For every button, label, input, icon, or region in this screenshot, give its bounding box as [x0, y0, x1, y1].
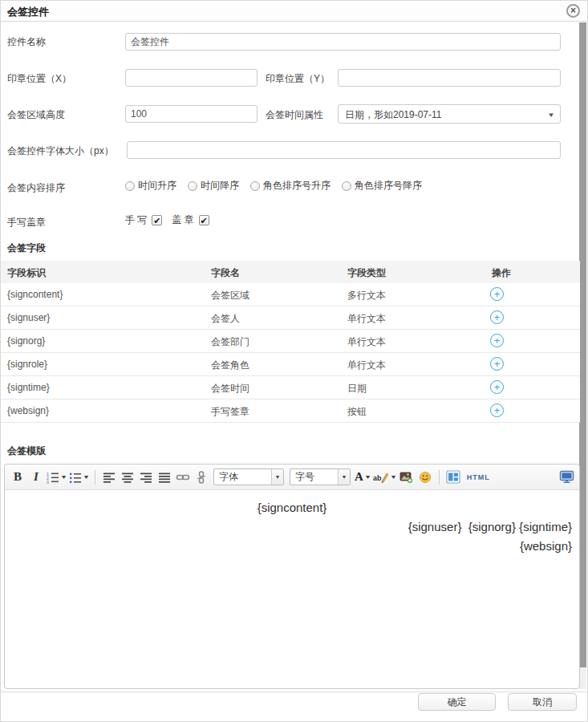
ok-button[interactable]: 确定: [418, 693, 496, 711]
insert-table-button[interactable]: [445, 468, 461, 486]
checkbox-seal[interactable]: 盖 章 ✔: [172, 213, 209, 227]
add-field-button[interactable]: +: [490, 380, 504, 394]
font-size-input[interactable]: [127, 141, 561, 159]
time-attr-select[interactable]: 日期，形如2019-07-11 ▼: [338, 104, 561, 124]
highlight-icon: ab: [373, 471, 389, 484]
link-icon: [176, 471, 190, 484]
align-center-button[interactable]: [120, 468, 136, 486]
align-justify-icon: [158, 471, 171, 484]
add-field-button[interactable]: +: [490, 404, 504, 417]
field-type: 单行文本: [347, 312, 386, 326]
area-height-input[interactable]: [125, 105, 258, 123]
font-family-select[interactable]: 字体 ▼: [213, 468, 284, 485]
field-type: 按钮: [347, 405, 367, 419]
align-left-button[interactable]: [101, 468, 117, 486]
col-field-name: 字段名: [211, 266, 240, 280]
field-name: 会签时间: [211, 382, 249, 395]
table-header: 字段标识 字段名 字段类型 操作: [1, 261, 580, 283]
radio-role-order-asc[interactable]: 角色排序号升序: [250, 179, 330, 193]
add-field-button[interactable]: +: [490, 334, 504, 347]
chevron-down-icon: ▼: [547, 112, 555, 119]
align-center-icon: [121, 471, 134, 484]
close-icon[interactable]: ×: [566, 4, 580, 18]
align-justify-button[interactable]: [156, 468, 172, 486]
checkbox-handwrite[interactable]: 手 写 ✔: [125, 213, 162, 227]
table-row: {signrole} 会签角色 单行文本 +: [1, 353, 580, 376]
table-row: {signtime} 会签时间 日期 +: [1, 376, 580, 400]
align-right-icon: [140, 471, 152, 484]
radio-icon: [250, 181, 260, 191]
table-row: {signorg} 会签部门 单行文本 +: [1, 330, 580, 353]
field-type: 单行文本: [347, 335, 386, 349]
insert-image-button[interactable]: [399, 468, 415, 486]
footer-divider: [1, 692, 588, 692]
template-line-websign[interactable]: {websign}: [6, 539, 578, 553]
field-name: 手写签章: [211, 405, 249, 419]
seal-x-input[interactable]: [125, 69, 258, 87]
scrollbar-track[interactable]: [579, 22, 586, 689]
html-source-button[interactable]: HTML: [467, 468, 490, 486]
monitor-icon: [559, 470, 574, 484]
editor-toolbar: B I 1 2 3 ▼: [5, 464, 579, 490]
add-field-button[interactable]: +: [490, 310, 504, 324]
chevron-down-icon: ▼: [271, 469, 283, 485]
template-section-title: 会签模版: [7, 444, 46, 458]
hand-seal-label: 手写盖章: [7, 216, 46, 229]
field-id: {signcontent}: [7, 289, 63, 300]
col-field-type: 字段类型: [347, 266, 386, 280]
radio-icon: [188, 181, 197, 191]
ordered-list-icon: 1 2 3: [47, 471, 59, 484]
unlink-button[interactable]: [193, 468, 209, 486]
seal-y-label: 印章位置（Y）: [266, 72, 330, 86]
checkbox-checked-icon: ✔: [152, 215, 162, 225]
table-row: {signcontent} 会签区域 多行文本 +: [1, 283, 580, 306]
radio-icon: [342, 181, 351, 191]
editor-content[interactable]: {signcontent} {signuser} {signorg} {sign…: [6, 491, 578, 688]
bullet-list-icon: [69, 471, 82, 484]
area-height-label: 会签区域高度: [7, 108, 65, 122]
radio-label: 角色排序号升序: [263, 179, 330, 193]
scrollbar-thumb[interactable]: [579, 22, 586, 667]
countersign-control-dialog: 会签控件 × 控件名称 印章位置（X） 印章位置（Y） 会签区域高度 会签时间属…: [0, 0, 588, 722]
seal-y-input[interactable]: [338, 69, 561, 87]
ordered-list-button[interactable]: 1 2 3 ▼: [47, 468, 67, 486]
table-row: {websign} 手写签章 按钮 +: [1, 400, 580, 423]
italic-button[interactable]: I: [28, 468, 44, 486]
emoji-button[interactable]: [417, 468, 433, 486]
image-icon: [399, 471, 413, 484]
field-name: 会签角色: [211, 359, 249, 372]
template-line-signcontent[interactable]: {signcontent}: [6, 501, 578, 514]
bullet-list-button[interactable]: ▼: [69, 468, 89, 486]
font-size-label: 会签控件字体大小（px）: [7, 144, 114, 158]
field-name: 会签部门: [211, 335, 249, 349]
chevron-down-icon: ▼: [390, 474, 397, 480]
font-family-value: 字体: [214, 470, 271, 484]
template-line-signer-info[interactable]: {signuser} {signorg} {signtime}: [6, 520, 578, 533]
font-size-select[interactable]: 字号 ▼: [290, 468, 351, 485]
control-name-input[interactable]: [125, 33, 561, 51]
field-type: 多行文本: [347, 289, 386, 302]
highlight-color-button[interactable]: ab ▼: [373, 468, 396, 486]
cancel-button[interactable]: 取消: [508, 693, 577, 711]
dialog-header: 会签控件 ×: [1, 1, 587, 22]
radio-time-desc[interactable]: 时间降序: [188, 179, 239, 193]
link-button[interactable]: [175, 468, 191, 486]
add-field-button[interactable]: +: [490, 357, 504, 371]
svg-text:3: 3: [47, 479, 49, 484]
radio-role-order-desc[interactable]: 角色排序号降序: [342, 179, 422, 193]
font-size-value: 字号: [290, 470, 338, 484]
field-id: {signtime}: [7, 382, 50, 393]
radio-label: 时间升序: [138, 179, 176, 193]
unlink-icon: [195, 471, 208, 484]
chevron-down-icon: ▼: [338, 469, 350, 485]
bold-button[interactable]: B: [10, 468, 26, 486]
radio-time-asc[interactable]: 时间升序: [125, 179, 176, 193]
align-right-button[interactable]: [138, 468, 154, 486]
font-color-button[interactable]: A ▼: [355, 468, 371, 486]
radio-label: 角色排序号降序: [355, 179, 422, 193]
field-type: 单行文本: [347, 359, 386, 372]
fullscreen-button[interactable]: [558, 468, 574, 486]
radio-icon: [125, 181, 135, 191]
field-id: {signorg}: [7, 335, 45, 347]
add-field-button[interactable]: +: [490, 287, 504, 301]
